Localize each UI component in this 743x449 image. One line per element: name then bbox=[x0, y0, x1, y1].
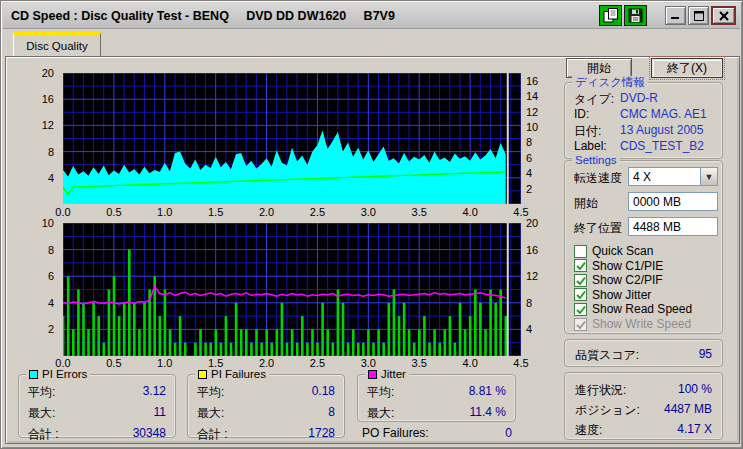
axis-tick-label: 2.0 bbox=[252, 206, 282, 218]
end-position-input[interactable] bbox=[628, 217, 718, 236]
status-label: 速度: bbox=[575, 422, 602, 437]
axis-tick-label: 6 bbox=[522, 152, 556, 164]
axis-tick-label: 12 bbox=[522, 270, 556, 282]
checkbox-show-c2-pif[interactable]: Show C2/PIF bbox=[574, 273, 718, 287]
pi-failures-bar bbox=[316, 343, 319, 356]
stat-row: 平均:8.81 % bbox=[367, 384, 506, 398]
checkbox-show-read-speed[interactable]: Show Read Speed bbox=[574, 302, 718, 316]
title-bar: CD Speed : Disc Quality Test - BENQ DVD … bbox=[3, 3, 740, 29]
stat-value: 0.18 bbox=[312, 384, 335, 398]
pi-failures-bar bbox=[281, 303, 284, 356]
checkbox-box bbox=[574, 245, 587, 258]
chevron-down-icon[interactable]: ▼ bbox=[700, 168, 717, 185]
pi-failures-bar bbox=[342, 303, 345, 356]
pi-errors-color-swatch bbox=[29, 370, 38, 379]
save-icon[interactable] bbox=[624, 5, 647, 26]
pi-errors-stats-box: PI Errors 平均:3.12最大:11合計 :30348 bbox=[18, 374, 176, 438]
pi-failures-bar bbox=[286, 343, 289, 356]
tab-strip: Disc Quality bbox=[5, 31, 738, 56]
exit-button-label: 終了(X) bbox=[667, 60, 707, 77]
stat-value: 8.81 % bbox=[469, 384, 506, 398]
status-row: 速度:4.17 X bbox=[575, 422, 712, 437]
pi-failures-bar bbox=[72, 329, 75, 356]
axis-tick-label: 16 bbox=[522, 244, 556, 256]
pi-failures-bar bbox=[301, 316, 304, 356]
pi-failures-bar bbox=[479, 303, 482, 356]
axis-tick-label: 8 bbox=[522, 297, 556, 309]
pi-failures-bar bbox=[92, 303, 95, 356]
pi-failures-bar bbox=[408, 329, 411, 356]
pi-failures-bar bbox=[403, 303, 406, 356]
axis-tick-label: 10 bbox=[6, 217, 59, 229]
tab-disc-quality[interactable]: Disc Quality bbox=[13, 32, 101, 56]
pi-failures-bar bbox=[367, 329, 370, 356]
copy-icon[interactable] bbox=[599, 5, 622, 26]
axis-tick-label: 14 bbox=[522, 90, 556, 102]
stat-value: 1728 bbox=[308, 426, 335, 440]
close-button[interactable] bbox=[711, 6, 736, 25]
speed-label: 転送速度 bbox=[574, 170, 622, 187]
pi-failures-bar bbox=[494, 303, 497, 356]
start-button[interactable]: 開始 bbox=[566, 58, 632, 78]
axis-tick-label: 0.5 bbox=[99, 206, 129, 218]
stat-row: 平均:3.12 bbox=[28, 384, 166, 398]
pi-failures-bar bbox=[469, 316, 472, 356]
minimize-button[interactable] bbox=[665, 6, 686, 25]
pi-failures-bar bbox=[499, 290, 502, 357]
pi-failures-bar bbox=[388, 303, 391, 356]
window-title: CD Speed : Disc Quality Test - BENQ DVD … bbox=[11, 9, 599, 23]
stat-label: 最大: bbox=[367, 405, 394, 419]
maximize-icon bbox=[694, 11, 704, 21]
disc-quality-page: 20161284 161412108642 0.00.51.01.52.02.5… bbox=[5, 56, 740, 444]
start-position-input[interactable] bbox=[628, 192, 718, 211]
stat-label: 平均: bbox=[367, 384, 394, 398]
pi-failures-bar bbox=[230, 343, 233, 356]
axis-tick-label: 6 bbox=[6, 270, 59, 282]
disc-info-title: ディスク情報 bbox=[572, 76, 648, 89]
pi-failures-bar bbox=[276, 329, 279, 356]
disc-info-label: ID: bbox=[574, 107, 620, 122]
settings-group: Settings 転送速度 4 X ▼ 開始 終了位置 Quick ScanSh… bbox=[564, 160, 723, 334]
settings-title: Settings bbox=[572, 154, 620, 167]
axis-tick-label: 10 bbox=[522, 121, 556, 133]
axis-tick-label: 2.5 bbox=[302, 357, 332, 369]
pi-failures-bar bbox=[133, 303, 136, 356]
axis-tick-label: 2.5 bbox=[302, 206, 332, 218]
copy-icon bbox=[603, 8, 619, 23]
disc-info-value: 13 August 2005 bbox=[620, 123, 703, 138]
checkbox-show-c1-pie[interactable]: Show C1/PIE bbox=[574, 259, 718, 273]
axis-tick-label: 4 bbox=[6, 297, 59, 309]
pi-failures-bar bbox=[489, 290, 492, 357]
speed-select[interactable]: 4 X ▼ bbox=[628, 167, 718, 186]
disc-info-group: ディスク情報 タイプ:DVD-RID:CMC MAG. AE1日付:13 Aug… bbox=[564, 82, 723, 159]
stat-row: 最大:8 bbox=[197, 405, 335, 419]
exit-button[interactable]: 終了(X) bbox=[651, 58, 723, 78]
chart2-right-axis: 20161284 bbox=[522, 223, 556, 356]
pi-failures-bar bbox=[245, 329, 248, 356]
checkbox-quick-scan[interactable]: Quick Scan bbox=[574, 244, 718, 258]
quality-score-row: 品質スコア: 95 bbox=[575, 347, 712, 362]
pi-failures-bar bbox=[413, 343, 416, 356]
quality-score-group: 品質スコア: 95 bbox=[564, 339, 723, 367]
pi-failures-bar bbox=[199, 329, 202, 356]
pi-errors-legend: PI Errors bbox=[26, 368, 90, 381]
jitter-stats-box: Jitter 平均:8.81 %最大:11.4 % bbox=[357, 374, 516, 422]
disc-info-value: DVD-R bbox=[620, 91, 658, 106]
checkbox-show-jitter[interactable]: Show Jitter bbox=[574, 288, 718, 302]
disc-info-row: ID:CMC MAG. AE1 bbox=[574, 107, 716, 122]
pi-failures-bar bbox=[67, 276, 70, 356]
pi-failures-bar bbox=[270, 343, 273, 356]
pi-failures-bar bbox=[398, 316, 401, 356]
maximize-button[interactable] bbox=[688, 6, 709, 25]
check-icon bbox=[576, 261, 586, 271]
pi-failures-legend: PI Failures bbox=[195, 368, 269, 381]
pi-failures-bar bbox=[204, 343, 207, 356]
axis-tick-label: 8 bbox=[522, 136, 556, 148]
disc-info-value: CMC MAG. AE1 bbox=[620, 107, 707, 122]
chart1-left-axis: 20161284 bbox=[6, 73, 59, 204]
pi-failures-bar bbox=[184, 343, 187, 356]
pi-failures-bar bbox=[347, 343, 350, 356]
disc-info-value: CDS_TEST_B2 bbox=[620, 139, 704, 154]
chart2-left-axis: 108642 bbox=[6, 223, 59, 356]
axis-tick-label: 16 bbox=[6, 93, 59, 105]
